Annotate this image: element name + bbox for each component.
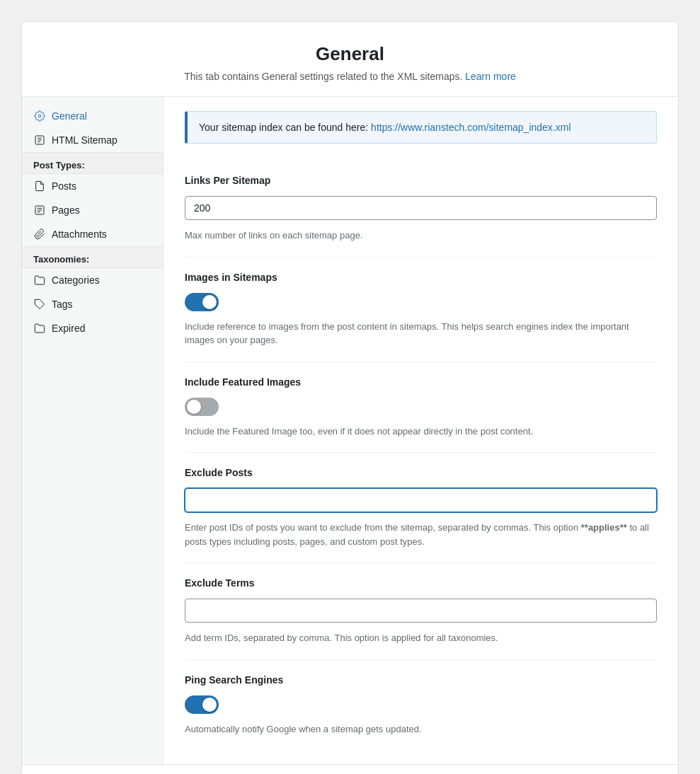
sidebar-item-expired[interactable]: Expired xyxy=(22,316,163,340)
include-featured-images-label: Include Featured Images xyxy=(185,376,657,388)
banner-text: Your sitemap index can be found here: xyxy=(199,122,368,133)
sidebar-item-pages-label: Pages xyxy=(52,204,80,216)
folder2-icon xyxy=(33,322,46,335)
sidebar-item-categories-label: Categories xyxy=(52,275,100,286)
links-per-sitemap-input[interactable] xyxy=(185,196,657,220)
sidebar-item-pages[interactable]: Pages xyxy=(22,198,163,222)
footer: Reset Options Save Changes xyxy=(22,764,678,774)
images-in-sitemaps-description: Include reference to images from the pos… xyxy=(185,320,657,347)
description-text: This tab contains General settings relat… xyxy=(184,71,462,82)
sidebar-item-html-sitemap[interactable]: HTML Sitemap xyxy=(22,128,163,152)
ping-search-engines-toggle[interactable] xyxy=(185,695,219,714)
page-title: General xyxy=(36,43,664,65)
sidebar-item-categories[interactable]: Categories xyxy=(22,268,163,292)
exclude-terms-label: Exclude Terms xyxy=(185,577,657,589)
exclude-posts-description: Enter post IDs of posts you want to excl… xyxy=(185,521,657,548)
ping-search-engines-description: Automatically notify Google when a sitem… xyxy=(185,722,657,737)
page-description: This tab contains General settings relat… xyxy=(36,71,664,82)
folder-icon xyxy=(33,274,46,287)
exclude-terms-description: Add term IDs, separated by comma. This o… xyxy=(185,631,657,645)
include-featured-images-row: Include Featured Images Include the Feat… xyxy=(185,362,657,454)
main-content: Your sitemap index can be found here: ht… xyxy=(163,97,678,764)
list-icon xyxy=(33,134,46,146)
links-per-sitemap-label: Links Per Sitemap xyxy=(185,175,657,186)
ping-search-engines-label: Ping Search Engines xyxy=(185,674,657,686)
featured-toggle-wrapper xyxy=(185,398,657,416)
links-per-sitemap-row: Links Per Sitemap Max number of links on… xyxy=(185,161,657,258)
tag-icon xyxy=(33,298,46,311)
exclude-posts-input[interactable] xyxy=(185,488,657,512)
images-in-sitemaps-label: Images in Sitemaps xyxy=(185,272,657,283)
include-featured-images-description: Include the Featured Image too, even if … xyxy=(185,424,657,439)
sidebar-item-html-sitemap-label: HTML Sitemap xyxy=(52,134,117,146)
sidebar-item-tags-label: Tags xyxy=(52,299,73,310)
sitemap-url-link[interactable]: https://www.rianstech.com/sitemap_index.… xyxy=(371,122,570,133)
sidebar-item-attachments-label: Attachments xyxy=(52,229,107,240)
learn-more-link[interactable]: Learn more xyxy=(465,71,516,82)
post-types-section-label: Post Types: xyxy=(22,152,163,174)
sidebar-item-general[interactable]: General xyxy=(22,104,163,128)
taxonomies-section-label: Taxonomies: xyxy=(22,246,163,268)
images-toggle-wrapper xyxy=(185,293,657,311)
sidebar: General HTML Sitemap Post Types: Posts xyxy=(22,97,163,764)
sidebar-item-general-label: General xyxy=(52,110,87,122)
sidebar-item-posts-label: Posts xyxy=(52,180,76,192)
document-icon xyxy=(33,180,46,192)
exclude-terms-row: Exclude Terms Add term IDs, separated by… xyxy=(185,563,657,660)
sidebar-item-attachments[interactable]: Attachments xyxy=(22,222,163,246)
attachment-icon xyxy=(33,228,46,241)
ping-search-engines-row: Ping Search Engines Automatically notify… xyxy=(185,660,657,751)
body-layout: General HTML Sitemap Post Types: Posts xyxy=(22,97,678,764)
gear-icon xyxy=(33,110,46,122)
ping-toggle-wrapper xyxy=(185,695,657,714)
include-featured-images-toggle[interactable] xyxy=(185,398,219,416)
exclude-terms-input[interactable] xyxy=(185,599,657,623)
page-icon xyxy=(33,204,46,216)
sidebar-item-posts[interactable]: Posts xyxy=(22,174,163,198)
exclude-posts-label: Exclude Posts xyxy=(185,467,657,478)
sidebar-item-expired-label: Expired xyxy=(52,323,85,334)
page-header: General This tab contains General settin… xyxy=(22,22,678,97)
sidebar-item-tags[interactable]: Tags xyxy=(22,292,163,316)
info-banner: Your sitemap index can be found here: ht… xyxy=(185,111,657,144)
links-per-sitemap-description: Max number of links on each sitemap page… xyxy=(185,229,657,243)
images-in-sitemaps-row: Images in Sitemaps Include reference to … xyxy=(185,258,657,362)
images-in-sitemaps-toggle[interactable] xyxy=(185,293,219,311)
exclude-posts-row: Exclude Posts Enter post IDs of posts yo… xyxy=(185,453,657,563)
